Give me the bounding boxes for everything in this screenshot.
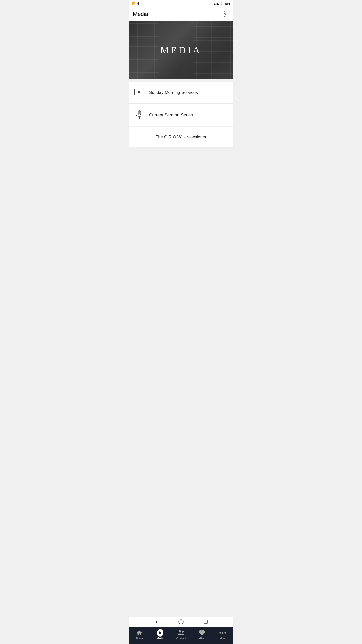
connect-nav-icon	[178, 630, 184, 636]
hero-title: MEDIA	[160, 45, 202, 56]
status-bar-left: 📶 N	[132, 2, 139, 5]
status-bar-right: LTE 🔋 8:03	[214, 2, 230, 5]
menu-list: Sunday Morning Services Current Sermon S…	[129, 79, 233, 150]
back-button[interactable]	[154, 619, 159, 625]
media-nav-label: Media	[157, 637, 164, 640]
newsletter-label: The G.R.O.W. - Newsletter	[156, 135, 206, 140]
home-nav-icon	[136, 630, 143, 636]
nav-give[interactable]: Give	[191, 627, 212, 642]
status-bar: 📶 N LTE 🔋 8:03	[129, 0, 233, 7]
svg-point-15	[182, 631, 184, 632]
home-nav-label: Home	[136, 637, 143, 640]
sim-icon: 📶	[132, 2, 135, 5]
play-triangle-icon	[159, 631, 162, 635]
more-nav-icon	[219, 630, 226, 636]
sunday-services-label: Sunday Morning Services	[149, 90, 198, 95]
give-nav-icon	[199, 630, 205, 636]
svg-point-17	[222, 632, 223, 633]
home-button[interactable]	[178, 619, 184, 625]
android-nav-bar	[129, 617, 233, 627]
svg-point-12	[179, 620, 183, 624]
media-nav-icon	[157, 630, 163, 636]
menu-item-newsletter[interactable]: The G.R.O.W. - Newsletter	[129, 127, 233, 147]
svg-rect-4	[138, 111, 141, 115]
svg-marker-11	[155, 620, 157, 624]
page-title: Media	[133, 11, 148, 17]
hero-banner: MEDIA	[129, 21, 233, 79]
content-spacer	[129, 150, 233, 170]
wifi-icon: N	[137, 2, 139, 5]
menu-item-sermon-series[interactable]: Current Sermon Series	[129, 104, 233, 126]
play-circle	[157, 629, 163, 637]
svg-point-18	[224, 632, 226, 633]
sermon-series-label: Current Sermon Series	[149, 113, 193, 118]
battery-icon: 🔋	[220, 2, 223, 5]
settings-icon	[221, 11, 228, 17]
connect-nav-label: Connect	[176, 637, 186, 640]
svg-point-14	[179, 630, 181, 632]
settings-button[interactable]	[220, 10, 229, 18]
app-bar: Media	[129, 7, 233, 21]
network-type: LTE	[214, 2, 219, 5]
svg-marker-2	[138, 91, 141, 93]
recents-button[interactable]	[203, 619, 208, 625]
time-display: 8:03	[224, 2, 230, 5]
microphone-icon	[134, 110, 145, 120]
nav-home[interactable]: Home	[129, 627, 150, 642]
nav-media[interactable]: Media	[150, 627, 171, 642]
hero-decoration-left	[129, 21, 159, 79]
svg-point-9	[139, 111, 139, 112]
bottom-navigation: Home Media Connect	[129, 627, 233, 644]
svg-point-10	[140, 111, 140, 112]
nav-more[interactable]: More	[212, 627, 233, 642]
video-playlist-icon	[134, 87, 145, 98]
give-nav-label: Give	[199, 637, 205, 640]
nav-connect[interactable]: Connect	[171, 627, 192, 642]
more-nav-label: More	[220, 637, 225, 640]
svg-rect-13	[204, 620, 207, 624]
svg-point-16	[219, 632, 221, 633]
menu-item-sunday-services[interactable]: Sunday Morning Services	[129, 82, 233, 104]
svg-point-0	[224, 13, 226, 15]
